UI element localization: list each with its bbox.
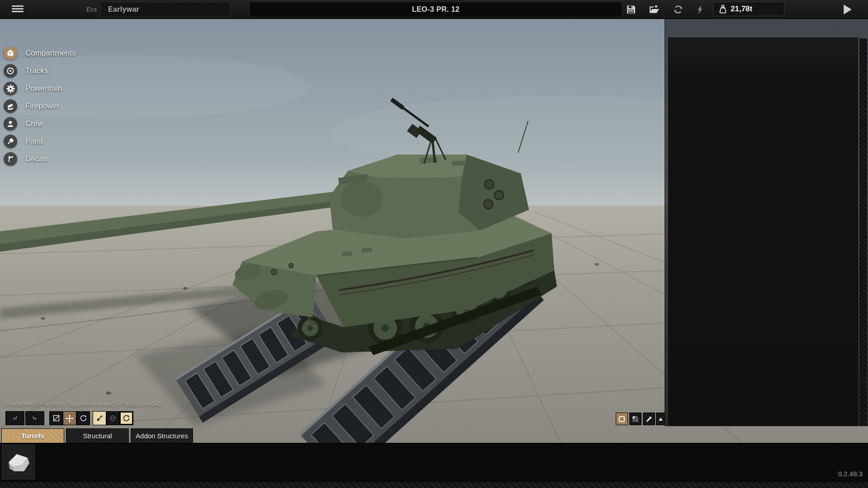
tab-structural[interactable]: Structural (66, 428, 129, 443)
sidebar-item-paint[interactable]: Paint (4, 135, 75, 148)
save-icon (626, 5, 636, 14)
sidebar-item-label: Paint (25, 137, 43, 146)
tab-label: Structural (83, 432, 112, 440)
toggle-panel-expand[interactable] (656, 413, 665, 425)
sidebar-item-label: Compartments (25, 49, 75, 58)
parts-panel (0, 443, 868, 482)
version-label: 0.2.48.3 (838, 470, 863, 478)
category-menu: Compartments Tracks Powertrain (4, 47, 75, 166)
bolt-button[interactable] (693, 4, 706, 15)
right-panel (668, 38, 858, 426)
bounding-box-toggle[interactable] (616, 413, 628, 425)
sidebar-item-firepower[interactable]: Firepower (4, 99, 75, 113)
right-panel-scrollbar[interactable] (859, 38, 867, 426)
sidebar-item-compartments[interactable]: Compartments (4, 47, 75, 60)
vehicle-name: LEO-3 PR. 12 (412, 5, 459, 14)
sidebar-item-powertrain[interactable]: Powertrain (4, 82, 75, 95)
reload-button[interactable] (672, 4, 684, 15)
rotation-mode-icon (123, 414, 130, 422)
sidebar-item-crew[interactable]: Crew (4, 117, 75, 131)
tab-addon-structures[interactable]: Addon Structures (131, 428, 193, 443)
hatched-square-icon (632, 416, 639, 422)
weight-value: 21,78t (731, 5, 752, 14)
brush-icon (4, 135, 17, 148)
move-tool-button[interactable] (63, 411, 76, 425)
bounding-box-icon (618, 416, 625, 422)
globe-icon (109, 414, 117, 422)
sidebar-item-label: Firepower (25, 102, 60, 111)
collapse-arrow-icon (658, 417, 663, 421)
sidebar-item-label: Powertrain (25, 84, 62, 93)
open-folder-icon (649, 5, 660, 14)
rotation-mode-button[interactable] (119, 411, 133, 425)
rotate-icon (80, 414, 87, 422)
roadwheel-icon (4, 64, 17, 78)
shell-icon (4, 99, 17, 113)
viewport-hint: Rotate(MMB) Pan(Shift) TogglePhotoMode(3… (5, 401, 161, 408)
sidebar-item-tracks[interactable]: Tracks (4, 64, 75, 78)
bottom-scrollbar[interactable] (0, 482, 868, 488)
move-icon (66, 414, 74, 422)
globe-space-button[interactable] (106, 411, 119, 425)
undo-button[interactable] (5, 411, 24, 425)
sidebar-item-label: Tracks (25, 66, 48, 75)
turret-part-thumbnail[interactable] (2, 445, 35, 479)
sidebar-item-decals[interactable]: Decals (4, 152, 75, 166)
tab-label: Addon Structures (136, 432, 188, 440)
undo-icon (11, 414, 19, 422)
weight-icon (719, 5, 727, 14)
wireframe-toggle[interactable] (629, 413, 642, 425)
redo-icon (31, 414, 39, 422)
reload-icon (673, 4, 684, 15)
scale-icon (52, 414, 60, 422)
weight-display: 21,78t (713, 2, 784, 16)
play-button[interactable] (840, 4, 855, 15)
person-icon (4, 117, 17, 131)
snap-toggle-icon (96, 414, 104, 422)
top-bar: Era Earlywar LEO-3 PR. 12 (0, 0, 868, 19)
link-tool-icon (646, 416, 652, 422)
scale-tool-button[interactable] (49, 411, 63, 425)
attachment-tool-toggle[interactable] (643, 413, 655, 425)
redo-button[interactable] (25, 411, 44, 425)
sidebar-item-label: Crew (25, 119, 43, 128)
era-label: Era (68, 5, 97, 13)
play-icon (843, 4, 852, 15)
save-button[interactable] (625, 4, 637, 15)
gear-icon (4, 82, 17, 95)
tab-turrets[interactable]: Turrets (1, 428, 64, 443)
sidebar-item-label: Decals (25, 155, 49, 164)
rotate-tool-button[interactable] (76, 411, 90, 425)
era-value: Earlywar (108, 5, 139, 14)
open-button[interactable] (648, 4, 661, 15)
era-dropdown[interactable]: Earlywar (100, 2, 231, 17)
bolt-icon (696, 5, 704, 14)
turret-thumbnail-render (4, 447, 33, 478)
vehicle-name-input[interactable]: LEO-3 PR. 12 (250, 2, 622, 17)
app-window: Era Earlywar LEO-3 PR. 12 (0, 0, 868, 488)
cube-icon (4, 47, 17, 60)
flag-icon (4, 152, 17, 166)
hamburger-menu-icon[interactable] (12, 5, 24, 14)
snap-toggle-button[interactable] (93, 411, 106, 425)
tab-label: Turrets (21, 432, 44, 440)
